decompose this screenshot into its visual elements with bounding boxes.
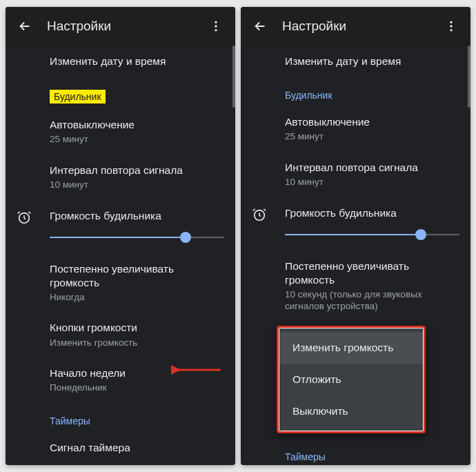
svg-point-7 xyxy=(450,29,452,31)
snooze-item[interactable]: Интервал повтора сигнала 10 минут xyxy=(241,152,470,197)
slider-thumb[interactable] xyxy=(180,232,191,243)
auto-off-item[interactable]: Автовыключение 25 минут xyxy=(6,109,235,155)
page-title: Настройки xyxy=(282,19,437,34)
volume-buttons-item[interactable]: Кнопки громкости Изменить громкость xyxy=(6,312,235,357)
alarm-icon xyxy=(252,207,267,222)
appbar: Настройки xyxy=(241,7,470,46)
section-alarm: Будильник xyxy=(50,90,106,104)
svg-point-0 xyxy=(215,21,217,23)
arrow-back-icon xyxy=(17,19,32,34)
more-vert-icon xyxy=(209,19,223,33)
back-button[interactable] xyxy=(11,12,39,40)
change-date-time-item[interactable]: Изменить дату и время xyxy=(6,46,235,77)
slider-thumb[interactable] xyxy=(415,229,426,240)
snooze-item[interactable]: Интервал повтора сигнала 10 минут xyxy=(6,155,235,200)
menu-option-dismiss[interactable]: Выключить xyxy=(279,395,424,427)
alarm-volume-item: Громкость будильника xyxy=(6,200,235,226)
back-button[interactable] xyxy=(246,12,274,40)
content-area: Изменить дату и время Будильник Автовыкл… xyxy=(6,46,235,465)
phone-right: Настройки Изменить дату и время Будильни… xyxy=(241,7,470,465)
fade-in-item[interactable]: Постепенно увеличивать громкость 10 секу… xyxy=(241,250,470,322)
change-date-time-item[interactable]: Изменить дату и время xyxy=(241,46,470,77)
alarm-volume-slider[interactable] xyxy=(241,223,470,250)
svg-point-2 xyxy=(215,29,217,31)
section-alarm: Будильник xyxy=(241,77,470,106)
svg-point-5 xyxy=(450,21,452,23)
alarm-icon xyxy=(17,210,32,225)
auto-off-item[interactable]: Автовыключение 25 минут xyxy=(241,106,470,152)
appbar: Настройки xyxy=(6,7,235,46)
section-timer: Таймеры xyxy=(241,439,470,465)
alarm-volume-item: Громкость будильника xyxy=(241,197,470,223)
svg-point-6 xyxy=(450,25,452,27)
menu-option-change-volume[interactable]: Изменить громкость xyxy=(279,332,424,364)
menu-option-snooze[interactable]: Отложить xyxy=(279,364,424,395)
week-start-item[interactable]: Начало недели Понедельник xyxy=(6,357,235,403)
phone-left: Настройки Изменить дату и время Будильни… xyxy=(6,7,235,465)
section-timer: Таймеры xyxy=(6,403,235,432)
fade-in-item[interactable]: Постепенно увеличивать громкость Никогда xyxy=(6,253,235,313)
arrow-back-icon xyxy=(252,19,268,34)
more-vert-icon xyxy=(444,19,458,33)
svg-point-1 xyxy=(215,25,217,27)
overflow-button[interactable] xyxy=(202,12,230,40)
timer-sound-item[interactable]: Сигнал таймера xyxy=(6,432,235,464)
volume-buttons-menu: Изменить громкость Отложить Выключить xyxy=(277,326,426,433)
overflow-button[interactable] xyxy=(437,12,465,40)
alarm-volume-slider[interactable] xyxy=(6,226,235,253)
content-area: Изменить дату и время Будильник Автовыкл… xyxy=(241,46,470,465)
page-title: Настройки xyxy=(47,19,202,34)
